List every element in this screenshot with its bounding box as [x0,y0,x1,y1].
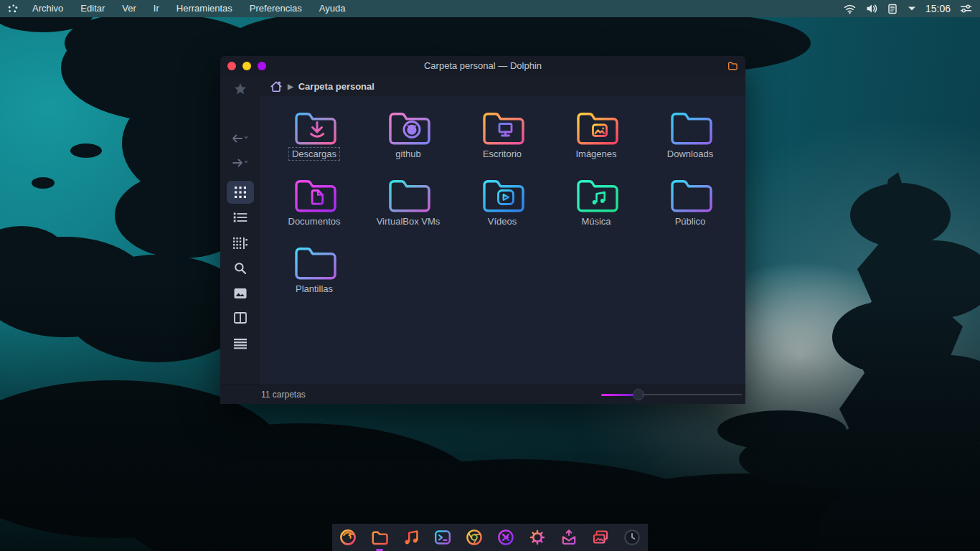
settings-icon[interactable] [528,528,547,547]
folder-Imágenes[interactable]: Imágenes [552,108,641,161]
chevron-down-icon[interactable] [907,5,917,12]
folder-Público[interactable]: Público [646,175,735,228]
zoom-slider[interactable] [601,389,742,400]
volume-icon[interactable] [865,3,878,14]
dock [332,524,648,551]
zoom-slider-fill [601,394,636,396]
folder-Escritorio[interactable]: Escritorio [458,108,547,161]
folder-label: Documentos [285,215,344,228]
media-player-icon[interactable] [496,528,515,547]
system-tray: 15:06 [843,3,973,14]
folder-label: Downloads [664,147,717,161]
statusbar: 11 carpetas [220,385,745,404]
photos-icon[interactable] [591,528,610,547]
folder-label: Público [672,215,710,228]
folder-label: Descargas [288,147,340,161]
global-menubar: ArchivoEditarVerIrHerramientasPreferenci… [0,0,980,17]
folder-Plantillas[interactable]: Plantillas [270,242,359,296]
menu-archivo[interactable]: Archivo [24,0,72,17]
folder-label: Plantillas [292,282,336,296]
clock-icon[interactable] [623,528,641,547]
menu-herramientas[interactable]: Herramientas [168,0,241,17]
folder-github[interactable]: github [364,108,453,161]
files-icon[interactable] [370,528,389,547]
folder-Música[interactable]: Música [552,175,641,228]
sliders-icon[interactable] [959,3,973,14]
folder-grid: Descargas github Escritorio Imágenes Dow… [220,56,745,404]
terminal-icon[interactable] [433,528,452,547]
firefox-icon[interactable] [339,528,357,547]
menu-editar[interactable]: Editar [72,0,113,17]
zoom-slider-track [642,394,742,395]
music-icon[interactable] [402,528,420,547]
folder-label: Escritorio [479,147,525,161]
folder-label: Imágenes [572,147,620,161]
folder-label: Vídeos [484,215,520,228]
menu-ayuda[interactable]: Ayuda [311,0,354,17]
wifi-icon[interactable] [843,3,857,14]
status-text: 11 carpetas [220,390,306,400]
folder-Downloads[interactable]: Downloads [646,108,735,161]
menu-ir[interactable]: Ir [145,0,168,17]
menu-preferencias[interactable]: Preferencias [241,0,311,17]
mail-send-icon[interactable] [560,528,578,547]
folder-label: github [392,147,424,161]
menu-ver[interactable]: Ver [113,0,145,17]
distro-logo-icon[interactable] [7,3,19,15]
browser-icon[interactable] [465,528,484,547]
menubar-items: ArchivoEditarVerIrHerramientasPreferenci… [24,0,354,17]
folder-Descargas[interactable]: Descargas [270,108,359,161]
clipboard-icon[interactable] [887,3,898,14]
folder-label: Música [578,215,614,228]
dock-icons [339,528,641,547]
folder-Documentos[interactable]: Documentos [270,175,359,228]
folder-Vídeos[interactable]: Vídeos [458,175,547,228]
folder-VirtualBox VMs[interactable]: VirtualBox VMs [364,175,453,228]
dolphin-window: Carpeta personal — Dolphin ▶ Carpeta per… [220,56,745,404]
clock-time[interactable]: 15:06 [925,3,951,14]
folder-label: VirtualBox VMs [373,215,444,228]
